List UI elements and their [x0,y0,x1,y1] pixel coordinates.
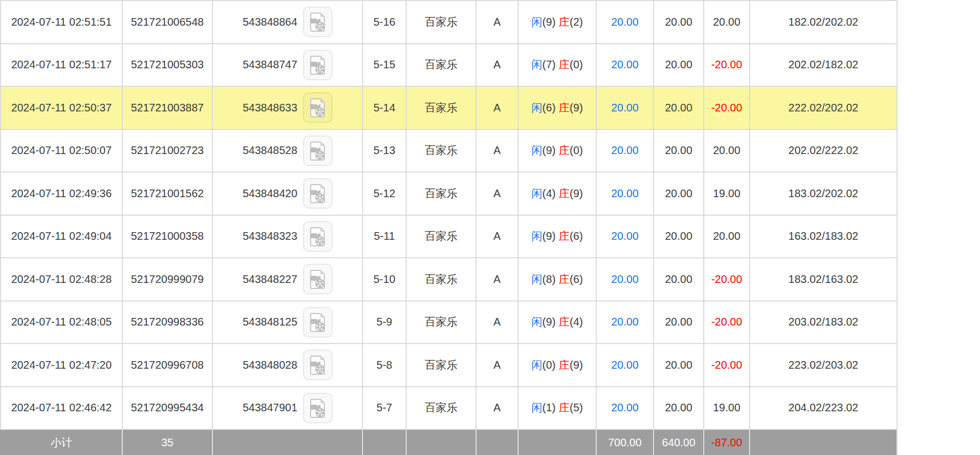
banker-label: 庄 [559,230,569,242]
table-row[interactable]: 2024-07-11 02:48:05 521720998336 5438481… [1,301,897,344]
table-row[interactable]: 2024-07-11 02:50:07 521721002723 5438485… [1,129,897,173]
round-id-text: 543848747 [242,58,297,71]
cell-zone: A [476,258,518,301]
cell-bet-time: 2024-07-11 02:46:42 [1,387,122,430]
cell-winloss: -20.00 [704,301,750,344]
video-replay-button[interactable] [303,92,332,123]
cell-result: 闲(4) 庄(9) [518,172,596,215]
cell-valid-amount: 20.00 [654,129,704,173]
cell-valid-amount: 20.00 [654,44,704,87]
player-score: (9) [542,16,555,28]
cell-round-id: 543848633 [212,86,363,129]
bet-amount-link[interactable]: 20.00 [611,359,638,371]
table-row[interactable]: 2024-07-11 02:51:51 521721006548 5438488… [1,1,897,44]
cell-table-round: 5-14 [363,86,406,129]
player-label: 闲 [531,144,542,156]
cell-round-id: 543848323 [212,215,363,258]
player-score: (7) [542,58,555,70]
round-id-text: 543847901 [242,401,297,414]
video-replay-icon [308,226,328,247]
cell-round-id: 543848864 [212,1,363,44]
player-score: (9) [542,316,555,328]
banker-score: (9) [569,187,583,199]
cell-balance: 202.02/182.02 [750,44,897,87]
subtotal-row: 小计 35 700.00 640.00 -87.00 [1,429,897,455]
cell-valid-amount: 20.00 [654,301,704,344]
table-row[interactable]: 2024-07-11 02:49:36 521721001562 5438484… [1,172,897,215]
bet-amount-link[interactable]: 20.00 [611,401,638,413]
cell-bet-time: 2024-07-11 02:49:04 [1,215,122,258]
player-label: 闲 [531,58,542,70]
video-replay-button[interactable] [303,178,332,209]
video-replay-icon [308,312,328,333]
cell-order-id: 521721005303 [122,44,212,87]
subtotal-empty-cell [406,429,476,455]
player-score: (0) [542,359,555,371]
cell-valid-amount: 20.00 [654,387,704,430]
cell-zone: A [476,129,518,173]
cell-winloss: 19.00 [704,387,750,430]
video-replay-button[interactable] [303,135,332,166]
banker-label: 庄 [559,401,569,413]
bet-amount-link[interactable]: 20.00 [611,102,638,114]
table-row[interactable]: 2024-07-11 02:49:04 521721000358 5438483… [1,215,897,258]
video-replay-button[interactable] [303,221,332,252]
video-replay-button[interactable] [303,350,332,380]
video-replay-button[interactable] [303,393,332,423]
cell-winloss: -20.00 [704,344,750,387]
round-id-text: 543848028 [242,359,297,371]
table-row[interactable]: 2024-07-11 02:48:28 521720999079 5438482… [1,258,897,301]
cell-bet-time: 2024-07-11 02:50:37 [1,86,122,129]
bet-amount-link[interactable]: 20.00 [611,187,638,199]
cell-winloss: -20.00 [704,86,750,129]
table-body: 2024-07-11 02:51:51 521721006548 5438488… [1,1,897,429]
bet-amount-link[interactable]: 20.00 [611,316,638,328]
cell-zone: A [476,344,518,387]
video-replay-button[interactable] [303,7,332,37]
cell-winloss: 20.00 [704,215,750,258]
table-row[interactable]: 2024-07-11 02:50:37 521721003887 5438486… [1,86,897,129]
round-id-text: 543848528 [242,144,297,157]
cell-balance: 223.02/203.02 [750,344,897,387]
player-label: 闲 [531,102,542,114]
cell-bet-amount: 20.00 [596,301,654,344]
bet-amount-link[interactable]: 20.00 [611,230,638,242]
banker-score: (0) [569,144,583,156]
bet-amount-link[interactable]: 20.00 [611,16,638,28]
subtotal-empty-cell [750,429,897,455]
cell-bet-amount: 20.00 [596,44,654,87]
table-row[interactable]: 2024-07-11 02:46:42 521720995434 5438479… [1,387,897,430]
round-id-text: 543848323 [242,230,297,243]
cell-game-type: 百家乐 [406,387,476,430]
cell-zone: A [476,387,518,430]
cell-balance: 183.02/202.02 [750,172,897,215]
cell-bet-time: 2024-07-11 02:48:05 [1,301,122,344]
cell-bet-time: 2024-07-11 02:48:28 [1,258,122,301]
cell-order-id: 521721006548 [122,1,212,44]
table-row[interactable]: 2024-07-11 02:47:20 521720996708 5438480… [1,344,897,387]
round-id-text: 543848864 [242,16,297,28]
player-label: 闲 [531,316,542,328]
video-replay-icon [308,354,328,375]
player-label: 闲 [531,401,542,413]
banker-score: (0) [569,58,583,70]
cell-game-type: 百家乐 [406,129,476,173]
cell-zone: A [476,215,518,258]
video-replay-button[interactable] [303,50,332,80]
cell-round-id: 543848028 [212,344,363,387]
video-replay-button[interactable] [303,307,332,338]
bet-amount-link[interactable]: 20.00 [611,144,638,156]
subtotal-bet-total: 700.00 [596,429,654,455]
cell-balance: 222.02/202.02 [750,86,897,129]
cell-zone: A [476,1,518,44]
table-row[interactable]: 2024-07-11 02:51:17 521721005303 5438487… [1,44,897,87]
cell-balance: 203.02/183.02 [750,301,897,344]
bet-amount-link[interactable]: 20.00 [611,58,638,70]
banker-label: 庄 [559,16,569,28]
bet-amount-link[interactable]: 20.00 [611,273,638,285]
cell-game-type: 百家乐 [406,301,476,344]
banker-score: (9) [569,102,583,114]
banker-score: (6) [569,230,583,242]
cell-order-id: 521720996708 [122,344,212,387]
video-replay-button[interactable] [303,264,332,294]
